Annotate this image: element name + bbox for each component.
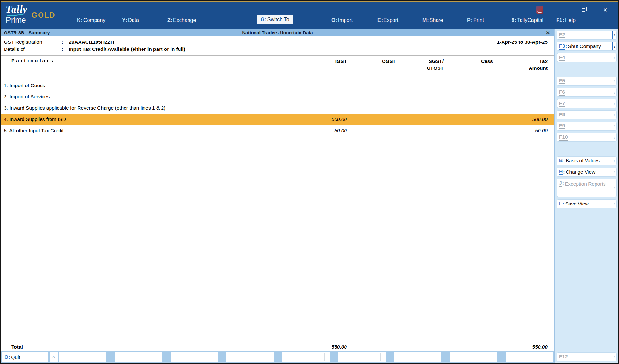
chevron-left-icon: ‹ [612,168,616,176]
report-title: GSTR-3B - Summary [1,30,50,35]
table-row[interactable]: 2. Import of Services [1,91,554,102]
report-title-bar: GSTR-3B - Summary National Traders Uncer… [1,29,554,36]
chevron-left-icon: ‹ [612,179,616,197]
total-label: Total [1,344,299,350]
empty-button-slot [171,352,218,362]
sidebar-button-f4[interactable]: F4 ‹ [557,53,617,62]
company-name: National Traders Uncertain Data [242,30,313,35]
col-header-cgst: CGST [347,58,396,73]
restore-button[interactable] [579,6,587,14]
empty-button-slot [338,352,385,362]
menu-switch-to[interactable]: G:Switch To [257,15,293,24]
col-header-igst: IGST [299,58,347,73]
restore-icon [582,8,585,12]
chevron-left-icon: ‹ [612,133,616,141]
sidebar-button-f9[interactable]: F9 ‹ [557,122,617,131]
gst-registration-value: 29AAACI1195H2ZH [69,39,114,45]
col-header-tax-amount: TaxAmount [493,58,548,73]
chevron-left-icon: ‹ [612,353,616,361]
chevron-left-icon: ‹ [612,111,616,119]
menu-company[interactable]: K:Company [77,17,105,23]
report-meta: GST Registration : 29AAACI1195H2ZH Detai… [1,36,554,55]
sidebar-button-basis-of-values[interactable]: B:Basis of Values ‹ [557,156,617,165]
edition-badge: GOLD [32,11,55,20]
details-of-row: Details of : Input Tax Credit Available … [1,46,554,53]
sidebar-button-change-view[interactable]: H:Change View ‹ [557,168,617,177]
sidebar-button-f10[interactable]: F10 ‹ [557,133,617,142]
report-close-icon[interactable]: ✕ [546,29,550,36]
menu-exchange[interactable]: Z:Exchange [167,17,196,23]
chevron-left-icon: ‹ [612,157,616,165]
table-row-selected[interactable]: 4. Inward Supplies from ISD 500.00 500.0… [1,114,554,125]
sidebar-button-f3-shut-company[interactable]: F3:Shut Company ‹ [557,42,617,51]
main-area: GSTR-3B - Summary National Traders Uncer… [1,29,618,363]
report-period: 1-Apr-25 to 30-Apr-25 [497,39,548,45]
details-of-label: Details of [1,46,62,52]
window-close-button[interactable]: ✕ [601,6,609,14]
empty-button-slot [226,352,274,362]
tallyprime-window: Tally Prime GOLD K:Company Y:Data Z:Exch… [0,0,619,364]
table-row[interactable]: 1. Import of Goods [1,80,554,91]
quit-button[interactable]: Q:Quit [2,352,48,362]
bottom-button-bar: Q:Quit ^ [1,351,554,363]
chevron-left-icon: ‹ [612,99,616,108]
menu-export[interactable]: E:Export [377,17,398,23]
empty-button-slot [394,352,441,362]
total-tax-amount: 550.00 [493,344,548,350]
chevron-left-icon: ‹ [612,88,616,96]
sidebar-button-f5[interactable]: F5 ‹ [557,77,617,86]
tray-app-icon [536,6,543,14]
menu-data[interactable]: Y:Data [122,17,139,23]
chevron-left-icon: ‹ [612,77,616,85]
empty-button-slot [506,352,553,362]
empty-button-slot [282,352,330,362]
particulars-header: Particulars [1,58,299,73]
chevron-left-icon: ‹ [612,200,616,208]
table-header: Particulars IGST CGST SGST/UTGST Cess Ta… [1,55,554,73]
total-row: Total 550.00 550.00 [1,342,554,351]
chevron-left-icon: ‹ [612,31,616,39]
total-igst: 550.00 [299,344,347,350]
table-row[interactable]: 3. Inward Supplies applicable for Revers… [1,102,554,114]
sidebar-button-exception-reports[interactable]: J:Exception Reports ‹ [557,179,617,197]
sidebar-button-f12[interactable]: F12 ‹ [557,352,617,361]
sidebar-button-save-view[interactable]: L:Save View ‹ [557,199,617,208]
empty-button-slot [59,352,106,362]
table-row[interactable]: 5. All other Input Tax Credit 50.00 50.0… [1,125,554,136]
menu-tallycapital[interactable]: 9:TallyCapital [512,17,543,23]
right-function-sidebar: F2 ‹ F3:Shut Company ‹ F4 ‹ F5 ‹ F6 ‹ F7… [554,29,618,363]
gst-registration-label: GST Registration [1,39,62,45]
sidebar-button-f6[interactable]: F6 ‹ [557,88,617,97]
sidebar-button-f2[interactable]: F2 ‹ [557,31,617,40]
col-header-cess: Cess [444,58,493,73]
menu-help[interactable]: F1:Help [556,17,576,23]
table-body: 1. Import of Goods 2. Import of Services [1,73,554,342]
chevron-left-icon: ‹ [612,53,616,62]
caret-separator: ^ [50,352,58,362]
minimize-button[interactable] [558,6,566,14]
top-menu-bar: Tally Prime GOLD K:Company Y:Data Z:Exch… [1,2,618,29]
menu-import[interactable]: O:Import [331,17,353,23]
empty-button-slot [450,352,497,362]
chevron-left-icon: ‹ [612,122,616,130]
chevron-left-icon: ‹ [612,42,616,50]
menu-print[interactable]: P:Print [467,17,484,23]
empty-button-slot [115,352,162,362]
col-header-sgst-utgst: SGST/UTGST [396,58,444,73]
menu-share[interactable]: M:Share [422,17,443,23]
gst-registration-row: GST Registration : 29AAACI1195H2ZH [1,39,554,46]
details-of-value: Input Tax Credit Available (either in pa… [69,46,185,52]
sidebar-button-f7[interactable]: F7 ‹ [557,99,617,108]
report-content: GSTR-3B - Summary National Traders Uncer… [1,29,554,363]
sidebar-button-f8[interactable]: F8 ‹ [557,110,617,119]
